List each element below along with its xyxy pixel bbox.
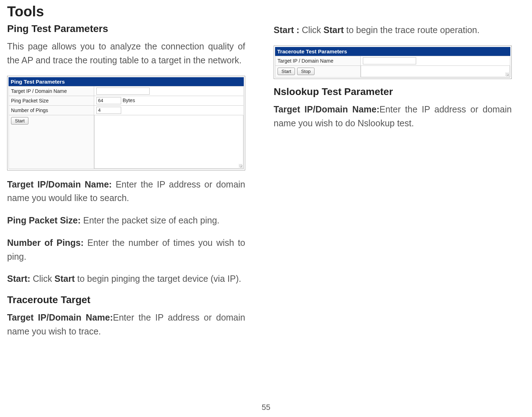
table-row: Start (9, 115, 244, 169)
page-title: Tools (7, 4, 525, 20)
ping-intro-text: This page allows you to analyze the conn… (7, 39, 245, 67)
ping-packet-size-label: Ping Packet Size (9, 96, 94, 105)
trace-target-desc: Target IP/Domain Name:Enter the IP addre… (7, 311, 245, 338)
trace-target-label: Target IP / Domain Name (275, 56, 361, 65)
page-number: 55 (262, 403, 270, 412)
trace-target-desc-label: Target IP/Domain Name: (7, 312, 113, 322)
trace-section-title: Traceroute Target (7, 294, 245, 306)
trace-start-desc-bold: Start (323, 25, 344, 35)
ping-section-title: Ping Test Parameters (7, 23, 245, 35)
trace-ui-screenshot: Traceroute Test Parameters Target IP / D… (274, 46, 512, 79)
ping-ui-header: Ping Test Parameters (9, 77, 244, 86)
ping-target-input[interactable] (96, 88, 150, 95)
trace-target-input[interactable] (363, 57, 416, 64)
ping-target-desc: Target IP/Domain Name: Enter the IP addr… (7, 178, 245, 205)
ping-num-pings-cell: 4 (94, 105, 244, 115)
ping-start-desc-label: Start: (7, 274, 30, 284)
trace-ui-table: Target IP / Domain Name Start Stop (275, 56, 510, 78)
trace-start-desc-label: Start : (274, 25, 299, 35)
right-column: Start : Click Start to begin the trace r… (274, 21, 512, 347)
ping-pps-desc-text: Enter the packet size of each ping. (81, 215, 220, 225)
ping-start-desc: Start: Click Start to begin pinging the … (7, 272, 245, 286)
ping-ui-table: Target IP / Domain Name Ping Packet Size… (9, 86, 244, 169)
trace-output-area[interactable] (361, 66, 510, 77)
ping-target-label: Target IP / Domain Name (9, 86, 94, 96)
ping-output-area[interactable] (94, 115, 243, 169)
resize-grip-icon[interactable] (505, 73, 509, 76)
ping-start-desc-bold: Start (54, 274, 75, 284)
ping-nop-desc: Number of Pings: Enter the number of tim… (7, 236, 245, 264)
ping-pps-desc-label: Ping Packet Size: (7, 215, 81, 225)
table-row: Number of Pings 4 (9, 105, 244, 115)
nslookup-section-title: Nslookup Test Parameter (274, 86, 512, 97)
table-row: Ping Packet Size 64 Bytes (9, 96, 244, 105)
ping-packet-size-desc: Ping Packet Size: Enter the packet size … (7, 213, 245, 227)
trace-start-desc-pre: Click (299, 25, 323, 35)
trace-start-button[interactable]: Start (278, 68, 295, 75)
left-column: Ping Test Parameters This page allows yo… (7, 21, 245, 347)
ping-packet-size-unit: Bytes (123, 97, 135, 103)
ping-num-pings-label: Number of Pings (9, 105, 94, 115)
trace-start-desc-post: to begin the trace route operation. (344, 25, 479, 35)
ping-start-desc-pre: Click (30, 274, 54, 284)
nslookup-target-desc: Target IP/Domain Name:Enter the IP addre… (274, 102, 512, 130)
trace-buttons-cell: Start Stop (275, 65, 361, 77)
ping-packet-size-input[interactable]: 64 (96, 97, 121, 104)
trace-ui-header: Traceroute Test Parameters (275, 47, 510, 56)
ping-output-cell (94, 115, 244, 169)
two-column-layout: Ping Test Parameters This page allows yo… (7, 21, 525, 347)
ping-num-pings-input[interactable]: 4 (96, 107, 121, 114)
trace-start-desc: Start : Click Start to begin the trace r… (274, 23, 512, 37)
table-row: Target IP / Domain Name (275, 56, 510, 65)
ping-nop-desc-label: Number of Pings: (7, 238, 84, 248)
ping-target-desc-label: Target IP/Domain Name: (7, 179, 112, 189)
table-row: Start Stop (275, 65, 510, 77)
ping-packet-size-cell: 64 Bytes (94, 96, 244, 105)
nslookup-target-desc-label: Target IP/Domain Name: (274, 104, 380, 114)
trace-output-cell (361, 65, 510, 77)
ping-target-cell (94, 86, 244, 96)
ping-start-button[interactable]: Start (11, 117, 28, 125)
trace-target-cell (361, 56, 510, 65)
ping-start-cell: Start (9, 115, 94, 169)
resize-grip-icon[interactable] (239, 164, 242, 168)
table-row: Target IP / Domain Name (9, 86, 244, 96)
ping-start-desc-post: to begin pinging the target device (via … (75, 274, 241, 284)
trace-stop-button[interactable]: Stop (297, 68, 315, 75)
ping-ui-screenshot: Ping Test Parameters Target IP / Domain … (7, 76, 245, 170)
